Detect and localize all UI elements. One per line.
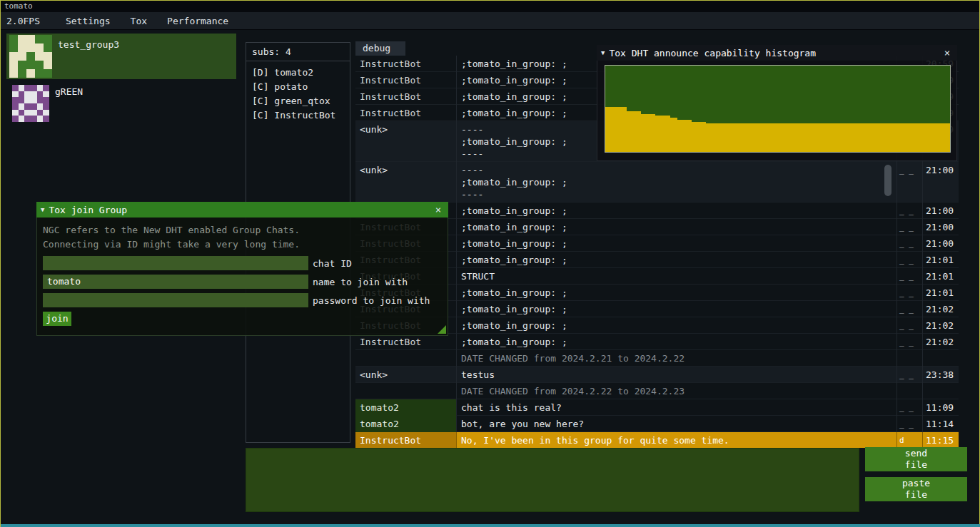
chat-status: _ _ — [897, 367, 923, 383]
histogram-bar — [627, 111, 634, 152]
histogram-bar — [612, 107, 620, 152]
histogram-bar — [699, 122, 706, 152]
chat-status: _ _ — [897, 416, 923, 432]
join-password-input[interactable] — [43, 293, 308, 307]
window-title: tomato — [4, 1, 33, 11]
chat-message-row: <unk>----;tomato_in_group: ;----_ _21:00 — [355, 162, 959, 203]
subs-list-item[interactable]: [C] green_qtox — [252, 94, 344, 108]
chat-message: ;tomato_in_group: ; — [457, 219, 897, 235]
fps-counter: 2.0FPS — [6, 16, 40, 26]
subs-list-item[interactable]: [C] potato — [252, 80, 344, 94]
chat-message: ;tomato_in_group: ; — [457, 235, 897, 252]
contact-name: gREEN — [55, 86, 83, 125]
subs-list-item[interactable]: [D] tomato2 — [252, 66, 344, 80]
histogram-window-titlebar[interactable]: ▼ Tox DHT announce capability histogram … — [597, 45, 957, 61]
close-icon[interactable]: × — [433, 204, 444, 215]
chat-id-label: chat ID — [313, 258, 352, 269]
histogram-window: ▼ Tox DHT announce capability histogram … — [597, 45, 957, 161]
join-window-body: NGC refers to the New DHT enabled Group … — [36, 218, 448, 336]
window-titlebar: tomato — [1, 1, 979, 12]
histogram-bar — [713, 123, 720, 152]
chat-timestamp — [923, 350, 959, 367]
histogram-bar — [807, 123, 814, 152]
histogram-bar — [936, 123, 943, 152]
histogram-bar — [756, 123, 763, 152]
histogram-bar — [914, 123, 921, 152]
histogram-bar — [821, 123, 828, 152]
histogram-bar — [799, 123, 807, 152]
menu-item-tox[interactable]: Tox — [121, 16, 157, 26]
paste-file-button[interactable]: paste file — [865, 477, 967, 501]
chat-sender: InstructBot — [355, 432, 457, 448]
histogram-bar — [692, 122, 699, 152]
collapse-arrow-icon[interactable]: ▼ — [41, 206, 44, 213]
chat-status — [897, 350, 923, 367]
chat-sender: InstructBot — [355, 334, 457, 350]
chat-status: _ _ — [897, 334, 923, 350]
chat-message: bot, are you new here? — [457, 416, 897, 432]
histogram-bar — [842, 123, 849, 152]
chat-status: _ _ — [897, 203, 923, 219]
histogram-bar — [663, 116, 670, 152]
histogram-bar — [706, 123, 713, 152]
join-password-label: password to join with — [313, 295, 430, 306]
join-name-input[interactable]: tomato — [43, 275, 308, 289]
chat-timestamp: 21:01 — [923, 285, 959, 301]
join-window-titlebar[interactable]: ▼ Tox join Group × — [36, 202, 448, 218]
chat-message: STRUCT — [457, 268, 897, 285]
window-bottom-border — [1, 524, 980, 527]
contact-item-gREEN[interactable]: gREEN — [6, 81, 236, 126]
chat-timestamp: 21:02 — [923, 334, 959, 350]
chat-id-input[interactable] — [43, 256, 308, 270]
histogram-bar — [943, 123, 950, 152]
chat-scrollbar-thumb[interactable] — [884, 165, 891, 196]
histogram-bar — [648, 114, 655, 152]
contact-avatar — [9, 35, 52, 78]
histogram-bar — [814, 123, 821, 152]
resize-grip[interactable] — [438, 325, 446, 334]
histogram-bar — [670, 118, 677, 152]
chat-timestamp: 21:02 — [923, 317, 959, 334]
menu-item-settings[interactable]: Settings — [56, 16, 121, 26]
collapse-arrow-icon[interactable]: ▼ — [601, 49, 605, 56]
chat-status: _ _ — [897, 219, 923, 235]
subs-list-item[interactable]: [C] InstructBot — [252, 108, 344, 123]
chat-sender: tomato2 — [355, 416, 457, 432]
join-group-window: ▼ Tox join Group × NGC refers to the New… — [36, 202, 448, 336]
histogram-bar — [770, 123, 777, 152]
send-file-button[interactable]: send file — [865, 447, 967, 471]
histogram-plot[interactable] — [605, 65, 951, 153]
close-icon[interactable]: × — [941, 47, 953, 58]
join-name-label: name to join with — [313, 277, 408, 287]
chat-sender: <unk> — [355, 367, 457, 383]
contact-item-test_group3[interactable]: test_group3 — [6, 34, 236, 79]
chat-status: _ _ — [897, 285, 923, 301]
chat-timestamp: 21:02 — [923, 301, 959, 317]
histogram-bar — [792, 123, 799, 152]
histogram-bar — [778, 123, 785, 152]
join-info-line-1: NGC refers to the New DHT enabled Group … — [43, 223, 442, 237]
histogram-bar — [835, 123, 842, 152]
chat-message: testus — [457, 367, 897, 383]
histogram-bar — [893, 123, 900, 152]
histogram-bar — [605, 107, 612, 152]
chat-timestamp: 11:15 — [923, 432, 959, 448]
histogram-bar — [864, 123, 871, 152]
chat-message: ;tomato_in_group: ; — [457, 334, 897, 350]
chat-message-row: <unk>testus_ _23:38 — [355, 367, 959, 383]
join-button[interactable]: join — [43, 312, 71, 326]
message-input[interactable] — [246, 448, 859, 512]
chat-sender: tomato2 — [355, 399, 457, 416]
chat-message: DATE CHANGED from 2024.2.21 to 2024.2.22 — [457, 350, 897, 367]
menu-item-performance[interactable]: Performance — [157, 16, 238, 26]
chat-message: ;tomato_in_group: ; — [457, 285, 897, 301]
histogram-bar — [655, 116, 662, 152]
tab-debug[interactable]: debug — [355, 41, 405, 56]
contact-list: test_group3gREEN — [6, 34, 236, 128]
histogram-bar — [641, 114, 648, 152]
menu-bar: 2.0FPS SettingsToxPerformance — [1, 12, 979, 30]
chat-sender — [355, 350, 457, 367]
histogram-bar — [921, 123, 929, 152]
chat-timestamp — [923, 383, 959, 399]
chat-message: ;tomato_in_group: ; — [457, 301, 897, 317]
